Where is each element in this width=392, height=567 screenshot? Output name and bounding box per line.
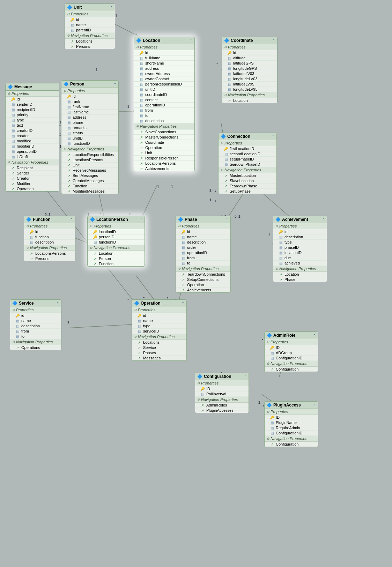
loc-fi-13: ▤ — [139, 119, 144, 123]
unit-collapse-icon[interactable]: ⌃ — [110, 6, 113, 9]
coord-collapse-icon[interactable]: ⌃ — [272, 39, 275, 43]
entity-achievement-header[interactable]: 🔷 Achievement ⌃ — [273, 216, 327, 223]
loc-ni-2: ↗ — [139, 135, 144, 139]
unit-entity-icon: 🔷 — [67, 5, 72, 10]
unit-nav-locations: ↗ Locations — [65, 39, 115, 44]
unit-nav-icon-per: ↗ — [70, 45, 75, 49]
msg-key-icon: 🔑 — [10, 97, 15, 101]
entity-person-header[interactable]: 🔷 Person ⌃ — [61, 81, 118, 88]
ach-key-icon: 🔑 — [278, 230, 283, 234]
coord-prop-alt: ▤altitude — [222, 55, 277, 61]
loc-nav-locpers: ↗LocationsPersons — [134, 161, 194, 166]
entity-message-header[interactable]: 🔷 Message ⌃ — [6, 83, 59, 91]
per-prop-remarks: ▤remarks — [61, 125, 118, 130]
ach-prop-locid: ▤locationID — [273, 250, 327, 255]
msg-prop-creatorid: ▤creatorID — [6, 128, 59, 133]
entity-connection: 🔷 Connection ⌃ Properties 🔑firstLocation… — [218, 133, 277, 194]
phase-properties-label: Properties — [176, 223, 230, 229]
phase-prop-to: ▤to — [176, 261, 230, 266]
func-prop-desc: ▤description — [24, 240, 75, 245]
entity-config-header[interactable]: 🔷 Configuration ⌃ — [195, 373, 249, 380]
conf-collapse-icon[interactable]: ⌃ — [244, 375, 246, 379]
per-fi-7: ▤ — [66, 131, 71, 135]
entity-location-header[interactable]: 🔷 Location ⌃ — [134, 37, 194, 44]
loc-prop-personrespid: ▤personResponsibleID — [134, 82, 194, 87]
op-nav-svc: ↗Service — [132, 345, 186, 350]
entity-connection-header[interactable]: 🔷 Connection ⌃ — [219, 133, 276, 140]
op-fi-2: ▤ — [137, 324, 142, 328]
lp-ni-2: ↗ — [93, 257, 97, 261]
entity-function-header[interactable]: 🔷 Function ⌃ — [24, 216, 75, 223]
conn-entity-icon: 🔷 — [221, 134, 226, 139]
mult-conf-admin-star: * — [262, 338, 263, 342]
func-fi-1: ▤ — [29, 235, 34, 239]
ach-fi-2: ▤ — [278, 240, 283, 244]
conn-collapse-icon[interactable]: ⌃ — [272, 135, 274, 139]
unit-prop-name: ▤ name — [65, 22, 115, 28]
conf-nav-label: Navigation Properties — [195, 397, 249, 403]
coord-ni-1: ↗ — [227, 99, 232, 103]
conn-nav-masterloc: ↗MasterLocation — [219, 173, 276, 178]
msg-collapse-icon[interactable]: ⌃ — [54, 85, 57, 89]
op-key-icon: 🔑 — [137, 314, 142, 318]
loc-nav-resp: ↗ResponsiblePerson — [134, 156, 194, 161]
svc-collapse-icon[interactable]: ⌃ — [56, 301, 59, 305]
ach-nav-loc: ↗Location — [273, 272, 327, 277]
msg-prop-text: ▤text — [6, 123, 59, 128]
phase-ni-1: ↗ — [181, 273, 186, 276]
pa-collapse-icon[interactable]: ⌃ — [313, 403, 316, 407]
entity-phase-header[interactable]: 🔷 Phase ⌃ — [176, 216, 230, 223]
entity-unit-header[interactable]: 🔷 Unit ⌃ — [65, 4, 115, 11]
location-collapse-icon[interactable]: ⌃ — [190, 39, 192, 43]
ach-ni-1: ↗ — [278, 273, 283, 276]
per-prop-id: 🔑id — [61, 94, 118, 99]
loc-nav-master: ↗MasterConnections — [134, 135, 194, 140]
conf-prop-id: 🔑ID — [195, 386, 249, 391]
op-collapse-icon[interactable]: ⌃ — [182, 301, 184, 305]
loc-prop-shortname: ▤shortName — [134, 61, 194, 66]
entity-service-header[interactable]: 🔷 Service ⌃ — [10, 300, 61, 307]
coord-fi-1: ▤ — [227, 56, 232, 60]
msg-prop-id: 🔑id — [6, 97, 59, 102]
phase-fi-3: ▤ — [181, 246, 186, 249]
svc-nav-ops: ↗Operations — [10, 345, 61, 350]
entity-coordinate-header[interactable]: 🔷 Coordinate ⌃ — [222, 37, 277, 44]
msg-fi-8: ▤ — [10, 139, 15, 143]
loc-fi-12: ▤ — [139, 114, 144, 118]
per-prop-rank: ▤rank — [61, 99, 118, 104]
lp-title: LocationPerson — [96, 217, 128, 222]
conf-prop-poll: ▤PollInverval — [195, 391, 249, 397]
msg-nav-op: ↗Operation — [6, 186, 59, 191]
entity-service: 🔷 Service ⌃ Properties 🔑id ▤name ▤descri… — [10, 299, 61, 350]
entity-operation-header[interactable]: 🔷 Operation ⌃ — [132, 300, 186, 307]
entity-lp-header[interactable]: 🔷 LocationPerson ⌃ — [88, 216, 145, 223]
mult-conn-1a: 1 — [209, 188, 212, 192]
loc-fi-7: ▤ — [139, 88, 144, 91]
pa-title: PluginAccess — [273, 403, 301, 408]
ach-prop-type: ▤type — [273, 240, 327, 245]
ar-properties-label: Properties — [265, 339, 318, 345]
func-collapse-icon[interactable]: ⌃ — [70, 218, 73, 222]
ar-collapse-icon[interactable]: ⌃ — [313, 334, 316, 337]
func-title: Function — [33, 217, 51, 222]
entity-adminrole: 🔷 AdminRole ⌃ Properties 🔑ID ▤ADGroup ▤C… — [264, 331, 318, 372]
mult-loc-lp-1: 1 — [171, 185, 173, 189]
entity-pluginaccess-header[interactable]: 🔷 PluginAccess ⌃ — [265, 402, 318, 409]
loc-fi-4: ▤ — [139, 72, 144, 76]
op-ni-4: ↗ — [137, 356, 142, 360]
func-ni-2: ↗ — [29, 257, 34, 261]
ach-collapse-icon[interactable]: ⌃ — [322, 218, 325, 222]
ach-prop-due: ▤due — [273, 255, 327, 261]
lp-collapse-icon[interactable]: ⌃ — [140, 218, 142, 222]
phase-ni-2: ↗ — [181, 278, 186, 282]
msg-nav-modifier: ↗Modifier — [6, 181, 59, 186]
op-nav-label: Navigation Properties — [132, 334, 186, 340]
phase-ni-4: ↗ — [181, 288, 186, 292]
phase-prop-opid: ▤operationID — [176, 250, 230, 255]
entity-adminrole-header[interactable]: 🔷 AdminRole ⌃ — [265, 332, 318, 339]
svg-line-8 — [68, 324, 132, 328]
msg-fi-6: ▤ — [10, 129, 15, 133]
phase-collapse-icon[interactable]: ⌃ — [225, 218, 228, 222]
func-nav-locpers: ↗LocationsPersons — [24, 251, 75, 256]
person-collapse-icon[interactable]: ⌃ — [113, 82, 116, 86]
